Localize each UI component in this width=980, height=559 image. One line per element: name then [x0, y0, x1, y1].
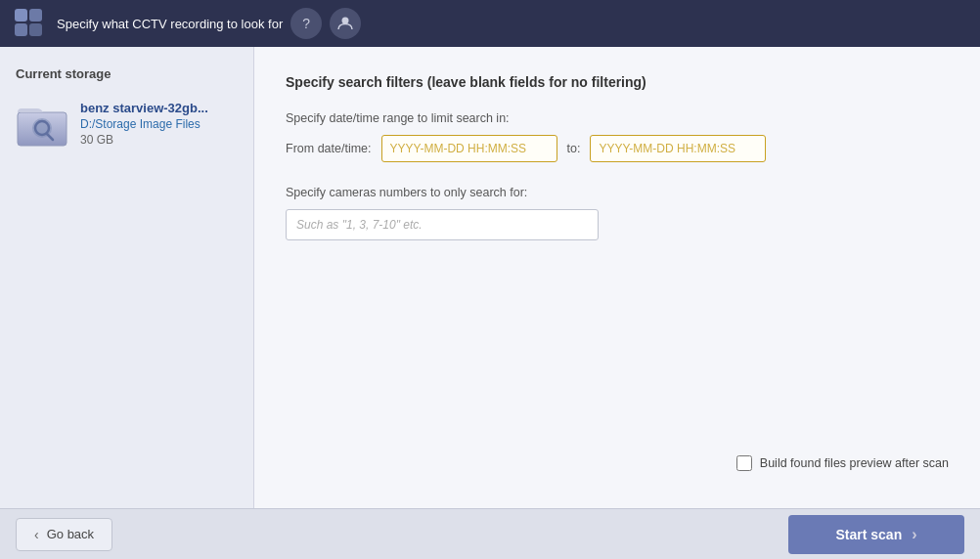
cameras-input[interactable]: [286, 209, 599, 240]
cameras-label: Specify cameras numbers to only search f…: [286, 186, 949, 199]
svg-rect-1: [29, 9, 42, 22]
main-layout: Current storage: [0, 47, 980, 508]
titlebar-title: Specify what CCTV recording to look for: [57, 17, 283, 31]
storage-info: benz starview-32gb... D:/Storage Image F…: [80, 101, 208, 147]
from-label: From date/time:: [286, 142, 372, 155]
to-label: to:: [567, 142, 581, 155]
preview-checkbox[interactable]: [736, 455, 752, 471]
content-area: Specify search filters (leave blank fiel…: [254, 47, 980, 508]
help-button[interactable]: ?: [290, 8, 322, 39]
storage-name: benz starview-32gb...: [80, 101, 208, 115]
go-back-button[interactable]: ‹ Go back: [16, 518, 112, 551]
user-button[interactable]: [330, 8, 361, 39]
forward-arrow-icon: ›: [912, 526, 916, 543]
sidebar-title: Current storage: [16, 66, 238, 81]
titlebar: Specify what CCTV recording to look for …: [0, 0, 980, 47]
to-date-input[interactable]: [590, 135, 766, 162]
svg-rect-3: [29, 23, 42, 36]
preview-label[interactable]: Build found files preview after scan: [760, 456, 949, 470]
date-range-row: From date/time: to:: [286, 135, 949, 162]
storage-folder-icon: [16, 99, 68, 148]
go-back-label: Go back: [47, 527, 94, 541]
bottombar: ‹ Go back Start scan ›: [0, 508, 980, 559]
storage-item: benz starview-32gb... D:/Storage Image F…: [16, 99, 238, 148]
from-date-input[interactable]: [381, 135, 557, 162]
start-scan-label: Start scan: [835, 527, 902, 542]
start-scan-button[interactable]: Start scan ›: [788, 515, 964, 554]
app-logo: [14, 8, 45, 39]
svg-rect-0: [15, 9, 27, 22]
bottom-options: Build found files preview after scan: [736, 455, 949, 471]
date-range-label: Specify date/time range to limit search …: [286, 111, 949, 125]
svg-rect-2: [15, 23, 27, 36]
storage-size: 30 GB: [80, 133, 208, 147]
filters-title: Specify search filters (leave blank fiel…: [286, 74, 949, 90]
storage-path: D:/Storage Image Files: [80, 117, 208, 131]
sidebar: Current storage: [0, 47, 254, 508]
back-arrow-icon: ‹: [34, 527, 39, 542]
svg-point-4: [342, 18, 349, 24]
